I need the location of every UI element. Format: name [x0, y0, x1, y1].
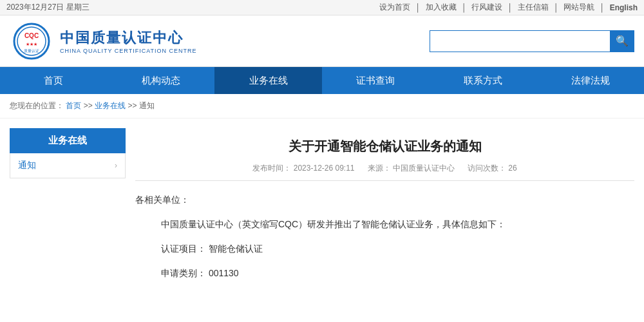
item1-label: 认证项目：	[161, 243, 206, 254]
nav-law[interactable]: 法律法规	[536, 67, 644, 94]
logo-area: CQC ★★★ 质量认证 中国质量认证中心 CHINA QUALITY CERT…	[10, 23, 197, 60]
site-nav-link[interactable]: 网站导航	[564, 2, 594, 13]
nav-certificate[interactable]: 证书查询	[322, 67, 430, 94]
breadcrumb: 您现在的位置： 首页 >> 业务在线 >> 通知	[0, 94, 644, 118]
svg-point-0	[14, 24, 49, 59]
sidebar-notice[interactable]: 通知 ›	[10, 153, 126, 178]
views-label: 访问次数： 26	[468, 163, 517, 174]
date-label: 2023年12月27日 星期三	[6, 2, 90, 13]
publish-label: 发布时间： 2023-12-26 09:11	[252, 163, 354, 174]
breadcrumb-level2[interactable]: 业务在线	[95, 101, 126, 110]
source-value: 中国质量认证中心	[393, 164, 455, 173]
main-nav: 首页 机构动态 业务在线 证书查询 联系方式 法律法规	[0, 67, 644, 94]
industry-build-link[interactable]: 行风建设	[471, 2, 502, 13]
header: CQC ★★★ 质量认证 中国质量认证中心 CHINA QUALITY CERT…	[0, 15, 644, 67]
svg-text:CQC: CQC	[24, 32, 39, 39]
main-content: 关于开通智能仓储认证业务的通知 发布时间： 2023-12-26 09:11 来…	[135, 128, 634, 289]
article-meta: 发布时间： 2023-12-26 09:11 来源： 中国质量认证中心 访问次数…	[135, 163, 634, 181]
search-area: 🔍	[430, 30, 634, 52]
article-title: 关于开通智能仓储认证业务的通知	[135, 128, 634, 163]
source-label: 来源： 中国质量认证中心	[368, 163, 455, 174]
add-bookmark-link[interactable]: 加入收藏	[426, 2, 457, 13]
breadcrumb-level3: 通知	[139, 101, 155, 110]
breadcrumb-home[interactable]: 首页	[66, 101, 81, 110]
article-body: 各相关单位： 中国质量认证中心（英文缩写CQC）研发并推出了智能仓储认证业务，具…	[135, 191, 634, 282]
search-button[interactable]: 🔍	[610, 30, 634, 52]
search-icon: 🔍	[616, 35, 629, 47]
cqc-logo-icon: CQC ★★★ 质量认证	[10, 23, 53, 60]
nav-business[interactable]: 业务在线	[214, 67, 322, 94]
cert-item: 认证项目： 智能仓储认证	[135, 240, 634, 258]
item1-value: 智能仓储认证	[209, 243, 263, 254]
views-count: 26	[508, 164, 516, 173]
director-mailbox-link[interactable]: 主任信箱	[518, 2, 549, 13]
svg-text:质量认证: 质量认证	[24, 49, 39, 53]
breadcrumb-sep2: >>	[128, 101, 137, 110]
breadcrumb-prefix: 您现在的位置：	[10, 101, 64, 110]
top-bar: 2023年12月27日 星期三 设为首页 │ 加入收藏 │ 行风建设 │ 主任信…	[0, 0, 644, 15]
logo-en: CHINA QUALITY CERTIFICATION CENTRE	[60, 48, 197, 54]
english-link[interactable]: English	[610, 3, 638, 12]
logo-text: 中国质量认证中心 CHINA QUALITY CERTIFICATION CEN…	[60, 28, 197, 54]
chevron-right-icon: ›	[115, 161, 117, 170]
svg-text:★★★: ★★★	[26, 42, 37, 46]
item2-value: 001130	[209, 268, 239, 278]
item2-label: 申请类别：	[161, 268, 206, 278]
sidebar-notice-label: 通知	[18, 160, 36, 171]
search-input[interactable]	[430, 30, 610, 52]
content-area: 业务在线 通知 › 关于开通智能仓储认证业务的通知 发布时间： 2023-12-…	[0, 118, 644, 301]
logo-cn: 中国质量认证中心	[60, 28, 197, 48]
publish-date: 2023-12-26 09:11	[294, 164, 355, 173]
nav-home[interactable]: 首页	[0, 67, 108, 94]
top-bar-links: 设为首页 │ 加入收藏 │ 行风建设 │ 主任信箱 │ 网站导航 │ Engli…	[379, 2, 638, 13]
greeting: 各相关单位：	[135, 191, 634, 209]
breadcrumb-sep1: >>	[84, 101, 93, 110]
type-item: 申请类别： 001130	[135, 264, 634, 282]
nav-news[interactable]: 机构动态	[108, 67, 215, 94]
para1: 中国质量认证中心（英文缩写CQC）研发并推出了智能仓储认证业务，具体信息如下：	[135, 215, 634, 233]
set-homepage-link[interactable]: 设为首页	[379, 2, 410, 13]
sidebar-title: 业务在线	[10, 128, 126, 153]
sidebar: 业务在线 通知 ›	[10, 128, 126, 289]
nav-contact[interactable]: 联系方式	[430, 67, 537, 94]
